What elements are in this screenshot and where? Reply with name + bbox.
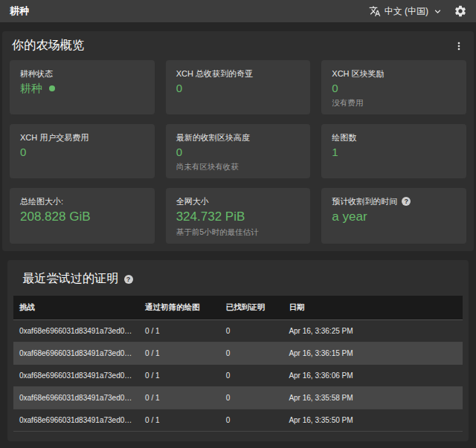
challenge-hash: 0xaf68e6966031d83491a73ed0ce1af44f59f0… (13, 387, 139, 409)
table-header-row: 挑战 通过初筛的绘图 已找到证明 日期 (13, 296, 463, 320)
app-bar-actions: 中文 (中国) (369, 3, 469, 19)
stat-value: 耕种 (20, 79, 144, 97)
proof-attempts-panel: 最近尝试过的证明 ? 挑战 通过初筛的绘图 已找到证明 日期 0xaf68e69… (7, 260, 469, 441)
proofs-found: 0 (220, 409, 283, 432)
app-bar: 耕种 中文 (中国) (0, 0, 476, 22)
stat-value: 0 (176, 79, 300, 97)
translate-icon (369, 5, 381, 17)
stat-label: 全网大小 (176, 195, 300, 207)
table-row: 0xaf68e6966031d83491a73ed0ce1af44f59f0… … (13, 409, 463, 432)
plots-passed-filter: 0 / 1 (139, 365, 220, 387)
help-icon[interactable]: ? (124, 275, 133, 284)
page-title: 耕种 (10, 4, 29, 18)
stat-card-plot-count: 绘图数 1 (321, 124, 466, 178)
stat-label: 最新的收割区块高度 (176, 132, 300, 143)
stat-card-user-transaction-fees: XCH 用户交易费用 0 (10, 124, 155, 178)
table-row: 0xaf68e6966031d83491a73ed0ce1af44f59f0… … (13, 387, 463, 409)
stat-caption: 尚未有区块有收获 (176, 161, 300, 172)
stat-card-total-plot-size: 总绘图大小: 208.828 GiB (10, 188, 155, 244)
proofs-found: 0 (220, 320, 283, 343)
stat-label: XCH 用户交易费用 (20, 132, 144, 143)
stat-card-grid: 耕种状态 耕种 XCH 总收获到的奇亚 0 XCH 区块奖励 0 没有费用 XC… (2, 60, 474, 244)
attempt-date: Apr 16, 3:35:58 PM (283, 387, 463, 409)
plots-passed-filter: 0 / 1 (139, 409, 220, 432)
challenge-hash: 0xaf68e6966031d83491a73ed0ce1af44f59f0… (13, 365, 139, 387)
attempt-date: Apr 16, 3:36:15 PM (283, 343, 463, 365)
farm-overview-panel: 你的农场概览 耕种状态 耕种 XCH 总收获到的奇亚 0 XCH 区块奖励 0 … (2, 31, 474, 251)
challenge-hash: 0xaf68e6966031d83491a73ed0ce1af44f59f0… (13, 320, 139, 343)
stat-card-farming-status: 耕种状态 耕种 (10, 60, 155, 114)
status-dot (49, 85, 55, 91)
stat-value: 208.828 GiB (20, 207, 144, 226)
challenge-hash: 0xaf68e6966031d83491a73ed0ce1af44f59f0… (13, 343, 139, 365)
table-row: 0xaf68e6966031d83491a73ed0ce1af44f59f0… … (13, 365, 463, 387)
column-header-proofs-found: 已找到证明 (220, 296, 283, 320)
column-header-challenge: 挑战 (13, 296, 139, 320)
proofs-found: 0 (220, 343, 283, 365)
stat-card-total-network-space: 全网大小 324.732 PiB 基于前5小时的最佳估计 (166, 188, 311, 244)
stat-value: 324.732 PiB (176, 207, 300, 226)
stat-value: 0 (176, 143, 300, 160)
stat-value: 1 (332, 143, 456, 160)
farm-overview-header: 你的农场概览 (2, 31, 474, 60)
stat-value: 0 (332, 79, 456, 97)
proof-attempts-table: 挑战 通过初筛的绘图 已找到证明 日期 0xaf68e6966031d83491… (13, 296, 463, 432)
language-selector[interactable]: 中文 (中国) (369, 4, 443, 19)
proof-attempts-title: 最近尝试过的证明 (22, 271, 119, 287)
proofs-found: 0 (220, 365, 283, 387)
stat-value: a year (332, 207, 456, 226)
plots-passed-filter: 0 / 1 (139, 320, 220, 343)
table-row: 0xaf68e6966031d83491a73ed0ce1af44f59f0… … (13, 320, 463, 343)
stat-value: 0 (20, 143, 144, 160)
stat-caption: 基于前5小时的最佳估计 (176, 227, 300, 238)
stat-label: 耕种状态 (20, 68, 144, 79)
language-label: 中文 (中国) (385, 5, 428, 18)
stat-card-estimated-time-to-win: 预计收割到的时间 ? a year (321, 188, 466, 244)
overview-more-menu-button[interactable] (451, 39, 466, 53)
proofs-found: 0 (220, 387, 283, 409)
stat-label: XCH 区块奖励 (332, 68, 456, 79)
stat-card-last-height-farmed: 最新的收割区块高度 0 尚未有区块有收获 (166, 124, 311, 178)
gear-icon (454, 4, 467, 18)
plots-passed-filter: 0 / 1 (139, 343, 220, 365)
proof-attempts-header: 最近尝试过的证明 ? (13, 264, 463, 296)
help-icon[interactable]: ? (402, 197, 411, 206)
column-header-plots-passed-filter: 通过初筛的绘图 (139, 296, 220, 320)
stat-label: 预计收割到的时间 ? (332, 195, 456, 207)
table-row: 0xaf68e6966031d83491a73ed0ce1af44f59f0… … (13, 343, 463, 365)
stat-card-block-rewards: XCH 区块奖励 0 没有费用 (321, 60, 466, 114)
stat-label: 总绘图大小: (20, 195, 144, 207)
settings-button[interactable] (452, 3, 469, 19)
chevron-down-icon (432, 6, 443, 17)
stat-label: 绘图数 (332, 132, 456, 143)
attempt-date: Apr 16, 3:36:25 PM (283, 320, 463, 343)
farm-overview-title: 你的农场概览 (12, 38, 84, 53)
attempt-date: Apr 16, 3:35:50 PM (283, 409, 463, 432)
stat-card-total-chia-farmed: XCH 总收获到的奇亚 0 (166, 60, 311, 114)
stat-caption: 没有费用 (332, 97, 456, 108)
attempt-date: Apr 16, 3:36:06 PM (283, 365, 463, 387)
challenge-hash: 0xaf68e6966031d83491a73ed0ce1af44f59f0… (13, 409, 139, 432)
stat-label: XCH 总收获到的奇亚 (176, 68, 300, 79)
more-vert-icon (453, 40, 465, 52)
plots-passed-filter: 0 / 1 (139, 387, 220, 409)
column-header-date: 日期 (283, 296, 463, 320)
